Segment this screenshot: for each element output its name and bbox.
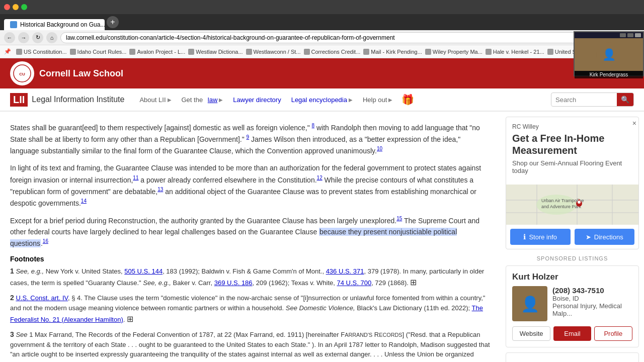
fn-link-federalist[interactable]: The Federalist No. 21 (Alexander Hamilto… [10,304,483,323]
footnote-ref-13[interactable]: 13 [157,187,163,192]
footnote-ref-12[interactable]: 12 [317,175,323,180]
lawyer-1-website-button[interactable]: Website [512,326,550,341]
lii-name: Legal Information Institute [32,95,124,104]
fn-link-436[interactable]: 436 U.S. 371 [326,267,364,275]
video-person-name: Kirk Pendergrass [575,71,643,78]
lawyer-1-email-button[interactable]: Email [553,326,591,341]
back-button[interactable]: ← [4,32,15,43]
search-input[interactable] [551,94,617,106]
video-close[interactable] [635,33,641,37]
ad-close-button[interactable]: × [632,119,636,127]
ad-title: Get a Free In-Home Measurement [512,132,632,156]
nav-help-out[interactable]: Help out ▶ [358,90,397,110]
ad-map[interactable]: Urban Air Trampoline and Adventure Park [506,185,638,225]
lawyer-1-practice: Personal Injury, Medical Malp... [552,302,632,317]
ad-brand: RC Willey [512,123,632,130]
cornell-school-name: Cornell Law School [39,68,123,79]
lawyer-1-phone: (208) 343-7510 [552,286,632,295]
gift-icon[interactable]: 🎁 [401,94,414,106]
lii-nav: LII Legal Information Institute About LI… [0,88,644,112]
video-maximize[interactable] [627,33,633,37]
directions-icon: ➤ [586,233,591,241]
content-area: States shall be guarant[eed] to them res… [0,112,644,362]
lii-logo: LII Legal Information Institute [10,93,124,107]
lawyer-1-name: Kurt Holzer [512,272,632,282]
svg-rect-4 [506,212,638,213]
footnotes-heading: Footnotes [10,255,491,263]
lawyer-1-info: 👤 (208) 343-7510 Boise, ID Personal Inju… [512,286,632,321]
fn-link-74[interactable]: 74 U.S. 700 [337,279,371,287]
bookmark-8[interactable]: Wiley Property Ma... [425,49,482,55]
cornell-logo: CU Cornell Law School [10,61,123,85]
lawyer-1-profile-button[interactable]: Profile [594,326,632,341]
svg-text:and Adventure Park: and Adventure Park [541,204,582,209]
nav-get-the-law[interactable]: Get the law ▶ [177,90,228,110]
highlight-text: because they present nonjusticiable poli… [10,228,457,247]
about-chevron: ▶ [168,97,172,103]
lawyer-card-1: Kurt Holzer 👤 (208) 343-7510 Boise, ID P… [506,265,639,347]
bookmark-2[interactable]: Idaho Court Rules... [70,49,127,55]
active-tab[interactable]: Historical Background on Gua... × [4,19,105,30]
nav-legal-encyclopedia[interactable]: Legal encyclopedia ▶ [286,90,358,110]
page-content: CU Cornell Law School LII Legal Informat… [0,58,644,362]
sidebar: × RC Willey Get a Free In-Home Measureme… [501,112,644,362]
law-chevron: ▶ [219,97,223,103]
address-bar[interactable] [60,32,613,43]
bookmark-7[interactable]: Mail - Kirk Pending... [363,49,422,55]
search-box: 🔍 [551,93,634,107]
fn1-expand[interactable]: ⊞ [410,278,417,287]
ad-box: × RC Willey Get a Free In-Home Measureme… [506,117,639,249]
new-tab-button[interactable]: + [107,16,119,28]
fn-link-art4[interactable]: U.S. Const. art. IV [16,294,68,302]
info-icon: ℹ [523,233,526,241]
sponsored-header: SPONSORED LISTINGS [506,255,639,261]
home-button[interactable]: ⌂ [46,32,57,43]
encyclopedia-chevron: ▶ [349,97,353,103]
tab-title: Historical Background on Gua... [20,21,105,28]
footnote-ref-15[interactable]: 15 [396,216,402,221]
bookmark-4[interactable]: Westlaw Dictiona... [188,49,243,55]
footnote-ref-9[interactable]: 9 [247,134,250,140]
bookmark-9[interactable]: Hale v. Henkel - 21... [486,49,544,55]
footnote-ref-16[interactable]: 16 [43,238,48,244]
footnote-ref-8[interactable]: 8 [312,123,315,128]
fn-link-369[interactable]: 369 U.S. 186 [214,279,253,287]
footnote-ref-11[interactable]: 11 [133,175,138,180]
forward-button[interactable]: → [18,32,29,43]
get-law-link[interactable]: law [208,96,218,104]
footnote-3: 3 See 1 Max Farrand, The Records of the … [10,329,491,362]
article-para-1: States shall be guarant[eed] to them res… [10,122,491,156]
avatar: 👤 [596,42,621,67]
article-para-2: In light of its text and framing, the Gu… [10,162,491,209]
browser-tabs: Historical Background on Gua... × + [0,14,644,30]
lii-logo-box: LII [10,93,28,107]
bookmark-6[interactable]: Corrections Credit... [304,49,361,55]
bookmark-5[interactable]: Westlawconn / St... [246,49,301,55]
bookmark-1[interactable]: US Constitution... [16,49,67,55]
footnote-ref-14[interactable]: 14 [81,198,87,204]
svg-point-13 [578,201,581,204]
footnote-ref-10[interactable]: 10 [377,146,382,151]
footnote-1: 1 See, e.g., New York v. United States, … [10,266,491,289]
site-header: CU Cornell Law School [0,58,644,88]
video-person-display: 👤 [575,38,643,71]
video-call-overlay: 👤 Kirk Pendergrass [574,31,644,76]
lawyer-1-location: Boise, ID [552,295,632,302]
nav-about-lii[interactable]: About LII ▶ [134,90,176,110]
video-minimize[interactable] [620,33,626,37]
lawyer-1-photo: 👤 [512,286,547,321]
search-button[interactable]: 🔍 [617,93,633,106]
reload-button[interactable]: ↻ [32,32,43,43]
main-content: States shall be guarant[eed] to them res… [0,112,501,362]
fn-link-505[interactable]: 505 U.S. 144 [124,267,163,275]
fn2-expand[interactable]: ⊞ [127,315,133,323]
footnotes-section: Footnotes 1 See, e.g., New York v. Unite… [10,255,491,362]
footnote-2: 2 U.S. Const. art. IV, § 4. The Clause u… [10,293,491,325]
bookmark-3[interactable]: Avalon Project - L... [129,49,185,55]
main-nav: About LII ▶ Get the law ▶ Lawyer directo… [134,90,551,110]
store-info-button[interactable]: ℹ Store info [510,229,571,245]
ad-subtitle: Shop our Semi-Annual Flooring Event toda… [512,159,632,174]
help-chevron: ▶ [388,97,392,103]
directions-button[interactable]: ➤ Directions [575,229,635,245]
nav-lawyer-directory[interactable]: Lawyer directory [228,90,286,110]
